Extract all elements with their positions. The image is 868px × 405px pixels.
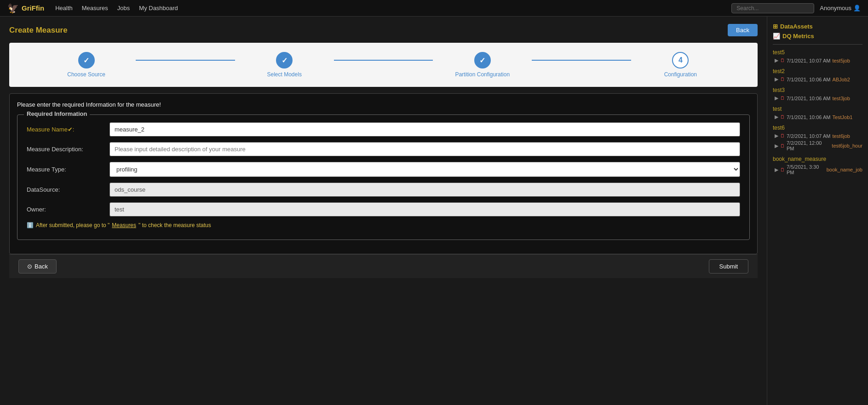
nav-jobs[interactable]: Jobs [117, 5, 130, 11]
step-line-1 [136, 60, 235, 61]
job-name[interactable]: test5job [832, 58, 850, 63]
job-name[interactable]: test6job_hour [832, 143, 862, 148]
step-circle-2: ✓ [276, 52, 293, 68]
form-row-datasource: DataSource: [27, 183, 740, 197]
submit-button[interactable]: Submit [709, 259, 748, 274]
right-sidebar: ⊞ DataAssets 📈 DQ Metrics test5 ▶ 🗒 7/1/… [767, 17, 868, 405]
measure-type-select[interactable]: profiling custom standard [109, 162, 740, 177]
step-partition-config: ✓ Partition Configuration [433, 52, 532, 78]
step-configuration: 4 Configuration [631, 52, 730, 78]
back-arrow-icon: ⊙ [27, 263, 32, 270]
job-name[interactable]: ABJob2 [832, 77, 850, 82]
job-date: 7/1/2021, 10:06 AM [787, 96, 830, 101]
nav-measures[interactable]: Measures [82, 5, 108, 11]
job-status-icon: 🗒 [780, 96, 785, 101]
job-arrow-icon: ▶ [775, 76, 778, 82]
measure-name-input[interactable] [109, 122, 740, 137]
step-label-4: Configuration [664, 71, 697, 78]
job-status-icon: 🗒 [780, 143, 785, 148]
submit-note-prefix: After submitted, please go to " [36, 222, 109, 228]
bottom-bar: ⊙ Back Submit [9, 254, 758, 278]
back-button-bottom[interactable]: ⊙ Back [18, 259, 57, 274]
step-select-models: ✓ Select Models [235, 52, 334, 78]
stepper: ✓ Choose Source ✓ Select Models ✓ Partit… [37, 52, 730, 78]
form-row-measure-type: Measure Type: profiling custom standard [27, 162, 740, 177]
datasource-input [109, 183, 740, 197]
job-name[interactable]: test3job [832, 96, 850, 101]
page-title: Create Measure [9, 26, 68, 35]
job-name[interactable]: TestJob1 [832, 114, 852, 120]
step-circle-1: ✓ [78, 52, 95, 68]
form-area: Please enter the required Information fo… [9, 93, 758, 254]
job-name[interactable]: test6job [832, 133, 850, 139]
job-status-icon: 🗒 [780, 77, 785, 82]
measure-desc-input[interactable] [109, 142, 740, 156]
layout: Create Measure Back ✓ Choose Source ✓ Se… [0, 17, 868, 405]
job-status-icon: 🗒 [780, 114, 785, 120]
job-status-icon: 🗒 [780, 167, 785, 172]
job-status-icon: 🗒 [780, 58, 785, 63]
measures-link[interactable]: Measures [112, 222, 136, 228]
info-icon: ℹ️ [27, 222, 34, 228]
step-line-2 [334, 60, 433, 61]
step-circle-3: ✓ [474, 52, 491, 68]
owner-label: Owner: [27, 206, 109, 213]
job-arrow-icon: ▶ [775, 167, 778, 173]
nav-right: Anonymous 👤 [731, 3, 861, 13]
page-header: Create Measure Back [9, 24, 758, 36]
sidebar-job-item: ▶ 🗒 7/2/2021, 10:07 AM test6job [775, 133, 862, 139]
sidebar-measure-test[interactable]: test [773, 106, 862, 112]
sidebar-job-item: ▶ 🗒 7/5/2021, 3:30 PM book_name_job [775, 164, 862, 175]
dq-metrics-label: DQ Metrics [782, 33, 814, 40]
sidebar-measures-list: test5 ▶ 🗒 7/1/2021, 10:07 AM test5job te… [773, 49, 862, 175]
step-label-3: Partition Configuration [455, 71, 510, 78]
nav-links: Health Measures Jobs My Dashboard [55, 5, 178, 11]
form-notice: Please enter the required Information fo… [17, 101, 750, 108]
sidebar-job-item: ▶ 🗒 7/1/2021, 10:06 AM TestJob1 [775, 114, 862, 120]
search-input[interactable] [731, 3, 814, 13]
sidebar-measure-test2[interactable]: test2 [773, 68, 862, 74]
data-assets-icon: ⊞ [773, 23, 778, 30]
job-name[interactable]: book_name_job [827, 167, 862, 172]
logo-text: GriFfin [22, 4, 44, 12]
step-label-2: Select Models [267, 71, 302, 78]
form-row-measure-desc: Measure Description: [27, 142, 740, 156]
user-info: Anonymous 👤 [820, 5, 861, 11]
job-arrow-icon: ▶ [775, 57, 778, 63]
step-label-1: Choose Source [67, 71, 105, 78]
nav-health[interactable]: Health [55, 5, 73, 11]
required-info-box: Required Information Measure Name✔: Meas… [17, 114, 750, 240]
job-arrow-icon: ▶ [775, 95, 778, 101]
job-date: 7/1/2021, 10:07 AM [787, 58, 830, 63]
dq-metrics-icon: 📈 [773, 33, 780, 40]
sidebar-job-item: ▶ 🗒 7/1/2021, 10:06 AM ABJob2 [775, 76, 862, 82]
back-button-label: Back [34, 263, 48, 270]
step-choose-source: ✓ Choose Source [37, 52, 136, 78]
user-icon: 👤 [853, 5, 861, 11]
back-button-top[interactable]: Back [728, 24, 758, 36]
sidebar-divider [773, 44, 862, 45]
data-assets-label: DataAssets [780, 23, 813, 30]
sidebar-measure-test5[interactable]: test5 [773, 49, 862, 56]
datasource-label: DataSource: [27, 186, 109, 193]
measure-type-label: Measure Type: [27, 166, 109, 173]
sidebar-measure-test6[interactable]: test6 [773, 125, 862, 131]
sidebar-measure-test3[interactable]: test3 [773, 87, 862, 93]
job-date: 7/2/2021, 10:07 AM [787, 133, 830, 139]
nav-dashboard[interactable]: My Dashboard [139, 5, 178, 11]
main-content: Create Measure Back ✓ Choose Source ✓ Se… [0, 17, 767, 405]
logo-icon: 🦅 [7, 3, 19, 14]
step-line-3 [532, 60, 631, 61]
user-name: Anonymous [820, 5, 851, 11]
sidebar-measure-book_name_measure[interactable]: book_name_measure [773, 156, 862, 162]
sidebar-job-item: ▶ 🗒 7/2/2021, 12:00 PM test6job_hour [775, 140, 862, 151]
submit-note: ℹ️ After submitted, please go to " Measu… [27, 222, 740, 228]
sidebar-job-item: ▶ 🗒 7/1/2021, 10:06 AM test3job [775, 95, 862, 101]
job-date: 7/1/2021, 10:06 AM [787, 77, 830, 82]
submit-note-suffix: " to check the measure status [138, 222, 211, 228]
job-date: 7/1/2021, 10:06 AM [787, 114, 830, 120]
data-assets-title: ⊞ DataAssets [773, 23, 862, 30]
job-arrow-icon: ▶ [775, 143, 778, 149]
measure-desc-label: Measure Description: [27, 146, 109, 153]
owner-input [109, 202, 740, 217]
